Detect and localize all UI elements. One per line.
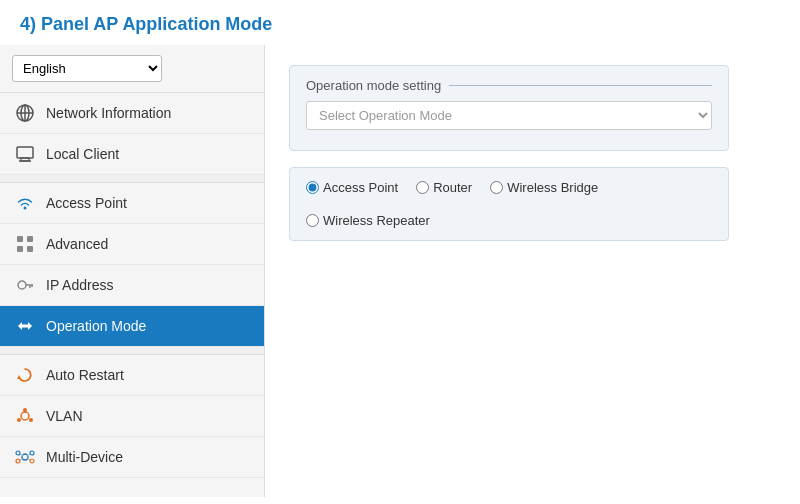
sidebar: English Network Information: [0, 45, 265, 497]
svg-line-22: [28, 418, 29, 419]
svg-rect-9: [27, 236, 33, 242]
sidebar-divider-1: [0, 175, 264, 183]
sidebar-label-ip-address: IP Address: [46, 277, 113, 293]
radio-wireless-repeater[interactable]: [306, 214, 319, 227]
sidebar-label-network-information: Network Information: [46, 105, 171, 121]
radio-option-access-point[interactable]: Access Point: [306, 180, 398, 195]
language-select[interactable]: English: [12, 55, 162, 82]
sidebar-item-operation-mode[interactable]: Operation Mode: [0, 306, 264, 347]
radio-option-wireless-repeater[interactable]: Wireless Repeater: [306, 213, 430, 228]
radio-label-router: Router: [433, 180, 472, 195]
sidebar-item-ip-address[interactable]: IP Address: [0, 265, 264, 306]
svg-point-19: [29, 418, 33, 422]
language-selector-wrap: English: [0, 45, 264, 93]
radio-access-point[interactable]: [306, 181, 319, 194]
svg-rect-4: [17, 147, 33, 158]
radio-label-wireless-bridge: Wireless Bridge: [507, 180, 598, 195]
radio-router[interactable]: [416, 181, 429, 194]
sidebar-label-multi-device: Multi-Device: [46, 449, 123, 465]
operation-mode-section: Operation mode setting Select Operation …: [289, 65, 729, 151]
svg-rect-11: [27, 246, 33, 252]
sidebar-label-advanced: Advanced: [46, 236, 108, 252]
svg-point-17: [21, 412, 29, 420]
svg-marker-16: [17, 375, 21, 379]
radio-label-access-point: Access Point: [323, 180, 398, 195]
restart-icon: [14, 364, 36, 386]
wifi-icon: [14, 192, 36, 214]
svg-point-7: [24, 207, 27, 210]
multi-icon: [14, 446, 36, 468]
svg-point-20: [17, 418, 21, 422]
radio-group: Access Point Router Wireless Bridge Wire…: [289, 167, 729, 241]
section-title: Operation mode setting: [306, 78, 712, 93]
svg-point-12: [18, 281, 26, 289]
sidebar-label-auto-restart: Auto Restart: [46, 367, 124, 383]
sidebar-label-local-client: Local Client: [46, 146, 119, 162]
svg-point-26: [30, 451, 34, 455]
globe-icon: [14, 102, 36, 124]
svg-point-28: [30, 459, 34, 463]
sidebar-item-network-information[interactable]: Network Information: [0, 93, 264, 134]
sidebar-label-operation-mode: Operation Mode: [46, 318, 146, 334]
svg-point-24: [22, 454, 28, 460]
sidebar-item-local-client[interactable]: Local Client: [0, 134, 264, 175]
sidebar-item-vlan[interactable]: VLAN: [0, 396, 264, 437]
key-icon: [14, 274, 36, 296]
monitor-icon: [14, 143, 36, 165]
sidebar-divider-2: [0, 347, 264, 355]
page-title: 4) Panel AP Application Mode: [0, 0, 800, 45]
radio-option-wireless-bridge[interactable]: Wireless Bridge: [490, 180, 598, 195]
sidebar-label-access-point: Access Point: [46, 195, 127, 211]
svg-line-23: [21, 418, 22, 419]
arrows-icon: [14, 315, 36, 337]
svg-point-18: [23, 408, 27, 412]
sidebar-item-access-point[interactable]: Access Point: [0, 183, 264, 224]
sidebar-item-multi-device[interactable]: Multi-Device: [0, 437, 264, 478]
settings-grid-icon: [14, 233, 36, 255]
svg-rect-8: [17, 236, 23, 242]
operation-mode-select[interactable]: Select Operation Mode Access Point Route…: [306, 101, 712, 130]
sidebar-item-auto-restart[interactable]: Auto Restart: [0, 355, 264, 396]
sidebar-item-advanced[interactable]: Advanced: [0, 224, 264, 265]
sidebar-nav: Network Information Local Client: [0, 93, 264, 478]
svg-point-25: [16, 451, 20, 455]
svg-point-27: [16, 459, 20, 463]
svg-rect-10: [17, 246, 23, 252]
radio-option-router[interactable]: Router: [416, 180, 472, 195]
vlan-icon: [14, 405, 36, 427]
sidebar-label-vlan: VLAN: [46, 408, 83, 424]
radio-wireless-bridge[interactable]: [490, 181, 503, 194]
radio-label-wireless-repeater: Wireless Repeater: [323, 213, 430, 228]
content-area: Operation mode setting Select Operation …: [265, 45, 800, 497]
